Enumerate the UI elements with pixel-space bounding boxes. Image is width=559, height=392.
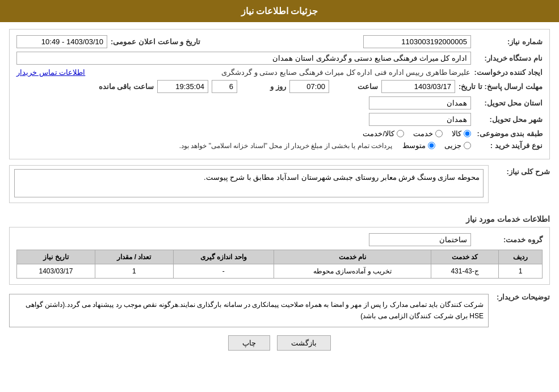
cell-code: ج-43-431: [431, 264, 499, 279]
service-group-value: ساختمان: [369, 233, 471, 246]
deadline-days: 6: [212, 80, 237, 93]
contact-link[interactable]: اطلاعات تماس خریدار: [16, 68, 85, 77]
page-header: جزئیات اطلاعات نیاز: [0, 0, 559, 22]
deadline-time: 07:00: [289, 80, 329, 93]
city-value: همدان: [369, 113, 471, 126]
action-buttons: بازگشت چاپ: [9, 335, 550, 351]
buyer-desc-text: شرکت کنندگان باید تمامی مدارک را پس از م…: [26, 301, 484, 320]
col-name: نام خدمت: [274, 250, 431, 264]
buyer-desc-label: توضیحات خریدار:: [493, 290, 550, 301]
category-label: طبقه بندی موضوعی:: [474, 129, 543, 138]
cell-qty: 1: [95, 264, 174, 279]
print-button[interactable]: چاپ: [228, 335, 270, 351]
category-radio-group: کالا/خدمت خدمت کالا: [363, 129, 471, 138]
buyer-org-value: اداره کل میراث فرهنگی صنایع دستی و گردشگ…: [16, 52, 471, 65]
purchase-type-jozii[interactable]: جزیی: [444, 141, 471, 150]
deadline-time-label: ساعت: [333, 82, 378, 91]
category-option-khedmat[interactable]: خدمت: [413, 129, 443, 138]
cell-unit: -: [173, 264, 274, 279]
city-label: شهر محل تحویل:: [474, 115, 543, 124]
purchase-type-motawaset[interactable]: متوسط: [402, 141, 435, 150]
buyer-org-label: نام دستگاه خریدار:: [474, 54, 543, 62]
cell-date: 1403/03/17: [17, 264, 95, 279]
col-code: کد خدمت: [431, 250, 499, 264]
service-group-label: گروه خدمت:: [474, 235, 543, 244]
creator-label: ایجاد کننده درخواست:: [474, 68, 543, 77]
announce-date-value: 1403/03/10 - 10:49: [16, 35, 107, 48]
services-section-title: اطلاعات خدمات مورد نیاز: [9, 214, 550, 224]
province-label: استان محل تحویل:: [474, 99, 543, 107]
general-desc-label: شرح کلی نیاز:: [493, 165, 550, 176]
page-title: جزئیات اطلاعات نیاز: [241, 6, 318, 16]
cell-row: 1: [499, 264, 543, 279]
request-number-value: 1103003192000005: [363, 35, 471, 48]
purchase-type-radio-group: متوسط جزیی: [402, 141, 471, 150]
request-number-label: شماره نیاز:: [474, 37, 543, 46]
services-table: ردیف کد خدمت نام خدمت واحد اندازه گیری ت…: [16, 250, 543, 279]
cell-name: تخریب و آماده‌سازی محوطه: [274, 264, 431, 279]
deadline-label: مهلت ارسال پاسخ: تا تاریخ:: [459, 82, 543, 91]
col-row: ردیف: [499, 250, 543, 264]
announce-date-label: تاریخ و ساعت اعلان عمومی:: [111, 37, 200, 46]
general-desc-textarea[interactable]: [14, 169, 484, 197]
province-value: همدان: [369, 96, 471, 109]
table-row: 1ج-43-431تخریب و آماده‌سازی محوطه-11403/…: [17, 264, 543, 279]
deadline-remain-label: ساعت باقی مانده: [99, 82, 154, 91]
col-qty: تعداد / مقدار: [95, 250, 174, 264]
col-date: تاریخ نیاز: [17, 250, 95, 264]
buyer-desc-box: شرکت کنندگان باید تمامی مدارک را پس از م…: [9, 294, 489, 327]
category-option-kala[interactable]: کالا: [452, 129, 471, 138]
purchase-type-note: پرداخت تمام یا بخشی از مبلغ خریدار از مح…: [179, 142, 392, 150]
creator-value: علیرضا طاهری رییس اداره فنی اداره کل میر…: [89, 68, 470, 77]
deadline-date: 1403/03/17: [381, 80, 455, 93]
deadline-remain: 19:35:04: [157, 80, 208, 93]
purchase-type-label: نوع فرآیند خرید :: [474, 141, 543, 150]
category-option-kala-khedmat[interactable]: کالا/خدمت: [363, 129, 404, 138]
col-unit: واحد اندازه گیری: [173, 250, 274, 264]
deadline-day-label: روز و: [241, 82, 286, 91]
back-button[interactable]: بازگشت: [277, 335, 331, 351]
